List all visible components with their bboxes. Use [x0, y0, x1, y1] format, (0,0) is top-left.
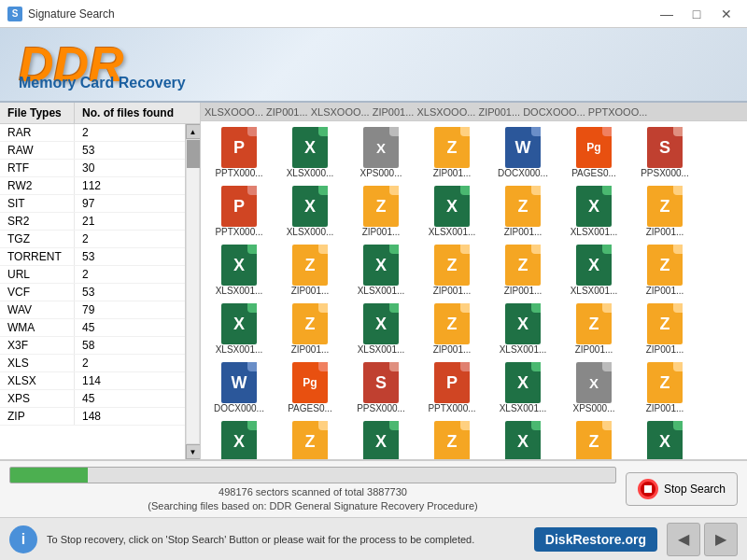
app-subtitle: Memory Card Recovery: [19, 75, 186, 91]
file-name: XLSX001...: [348, 286, 414, 296]
list-item[interactable]: ZIP001...: [417, 419, 486, 459]
file-type-icon: [363, 421, 399, 459]
file-type-icon: [647, 127, 683, 168]
file-type-icon: [363, 127, 399, 168]
list-item[interactable]: ZIP001...: [488, 243, 557, 300]
stop-square-icon: [644, 485, 652, 493]
file-name: XLSX001...: [419, 227, 485, 237]
file-type-icon: [363, 186, 399, 227]
progress-bar-wrapper: [9, 467, 616, 483]
list-item: VCF53: [0, 284, 185, 301]
file-name: ZIP001...: [419, 344, 485, 355]
file-name: DOCX000...: [490, 168, 556, 178]
file-name: ZIP001...: [419, 286, 485, 296]
info-icon: i: [9, 525, 37, 553]
list-item[interactable]: XLSX001...: [204, 301, 274, 358]
file-grid: PPTX000... XLSX000... XPS000... ZIP001..…: [201, 121, 747, 459]
back-button[interactable]: ◀: [667, 523, 700, 556]
list-item[interactable]: ZIP001...: [488, 184, 557, 241]
list-item[interactable]: ZIP001...: [630, 243, 699, 300]
progress-container: 498176 sectors scanned of total 3887730 …: [9, 467, 616, 511]
maximize-button[interactable]: □: [684, 5, 710, 23]
list-item[interactable]: ZIP001...: [346, 184, 416, 241]
file-name: PPTX000...: [206, 227, 272, 237]
list-item: RAW53: [0, 142, 185, 160]
forward-button[interactable]: ▶: [704, 523, 738, 556]
list-item[interactable]: ZIP001...: [417, 301, 486, 358]
file-name: PAGES0...: [277, 403, 343, 413]
list-item[interactable]: XPS000...: [346, 125, 416, 182]
stop-button-label: Stop Search: [664, 483, 726, 496]
progress-area: 498176 sectors scanned of total 3887730 …: [0, 460, 747, 517]
list-item: XPS45: [0, 390, 185, 408]
left-scrollbar[interactable]: ▲ ▼: [185, 124, 200, 459]
list-item[interactable]: XLSX001...: [346, 243, 416, 300]
file-type-icon: [505, 421, 541, 459]
minimize-button[interactable]: —: [654, 5, 680, 23]
list-item[interactable]: PAGES0...: [559, 125, 628, 182]
scroll-up-arrow[interactable]: ▲: [186, 124, 201, 139]
list-item[interactable]: ZIP001...: [417, 243, 486, 300]
list-item[interactable]: XLSX001...: [559, 243, 628, 300]
file-name: XLSX001...: [348, 344, 414, 355]
list-item[interactable]: ZIP001...: [275, 419, 345, 459]
list-item[interactable]: ZIP001...: [630, 184, 699, 241]
file-type-icon: [647, 186, 683, 227]
file-type-icon: [221, 303, 257, 344]
list-item[interactable]: XLSX001...: [559, 184, 628, 241]
list-item[interactable]: ZIP001...: [559, 419, 628, 459]
file-type-icon: [221, 186, 257, 227]
content-row: File Types No. of files found RAR2RAW53R…: [0, 103, 747, 460]
list-item[interactable]: XLSX001...: [488, 301, 557, 358]
list-item[interactable]: ZIP001...: [275, 243, 345, 300]
list-item[interactable]: ZIP001...: [630, 301, 699, 358]
scroll-track[interactable]: [186, 139, 200, 444]
list-item[interactable]: ZIP001...: [630, 360, 699, 417]
list-item[interactable]: XLSX001...: [630, 419, 699, 459]
file-type-icon: [292, 186, 328, 227]
list-item[interactable]: PPSX000...: [630, 125, 699, 182]
file-name: XLSX001...: [490, 344, 556, 355]
list-item: TORRENT53: [0, 248, 185, 266]
file-name: DOCX000...: [206, 403, 272, 413]
file-type-icon: [576, 245, 612, 286]
list-item[interactable]: XLSX001...: [488, 419, 557, 459]
list-item[interactable]: DOCX000...: [488, 125, 557, 182]
brand-badge: DiskRestore.org: [534, 527, 657, 552]
file-name: XLSX001...: [561, 227, 627, 237]
list-item[interactable]: XLSX001...: [204, 243, 274, 300]
progress-bar-fill: [10, 468, 88, 483]
file-name: PPSX000...: [632, 168, 698, 178]
file-name: ZIP001...: [561, 344, 627, 355]
file-name: XLSX001...: [561, 286, 627, 296]
file-type-icon: [292, 303, 328, 344]
list-item[interactable]: PPTX000...: [204, 125, 274, 182]
file-type-icon: [434, 303, 470, 344]
close-button[interactable]: ✕: [713, 5, 740, 23]
list-item[interactable]: ZIP001...: [417, 125, 486, 182]
list-item[interactable]: XLSX000...: [275, 125, 345, 182]
file-type-icon: [221, 127, 257, 168]
file-name: XLSX001...: [206, 344, 272, 355]
list-item[interactable]: XLSX001...: [204, 419, 274, 459]
list-item[interactable]: XLSX000...: [275, 184, 345, 241]
file-grid-header: XLSXOOO... ZIP001... XLSXOOO... ZIP001..…: [201, 103, 747, 121]
list-item[interactable]: PPTX000...: [417, 360, 486, 417]
stop-search-button[interactable]: Stop Search: [626, 472, 738, 506]
list-item[interactable]: XLSX001...: [346, 301, 416, 358]
list-item[interactable]: XPS000...: [559, 360, 628, 417]
list-item[interactable]: PAGES0...: [275, 360, 345, 417]
list-item[interactable]: XLSX001...: [346, 419, 416, 459]
list-item[interactable]: XLSX001...: [488, 360, 557, 417]
file-types-panel: File Types No. of files found RAR2RAW53R…: [0, 103, 201, 459]
list-item[interactable]: ZIP001...: [275, 301, 345, 358]
scroll-down-arrow[interactable]: ▼: [186, 444, 201, 459]
list-item[interactable]: XLSX001...: [417, 184, 486, 241]
file-type-icon: [434, 362, 470, 403]
list-item[interactable]: PPSX000...: [346, 360, 416, 417]
list-item[interactable]: PPTX000...: [204, 184, 274, 241]
list-item[interactable]: DOCX000...: [204, 360, 274, 417]
status-bar: i To Stop recovery, click on 'Stop Searc…: [0, 517, 747, 560]
list-item[interactable]: ZIP001...: [559, 301, 628, 358]
file-type-icon: [363, 362, 399, 403]
